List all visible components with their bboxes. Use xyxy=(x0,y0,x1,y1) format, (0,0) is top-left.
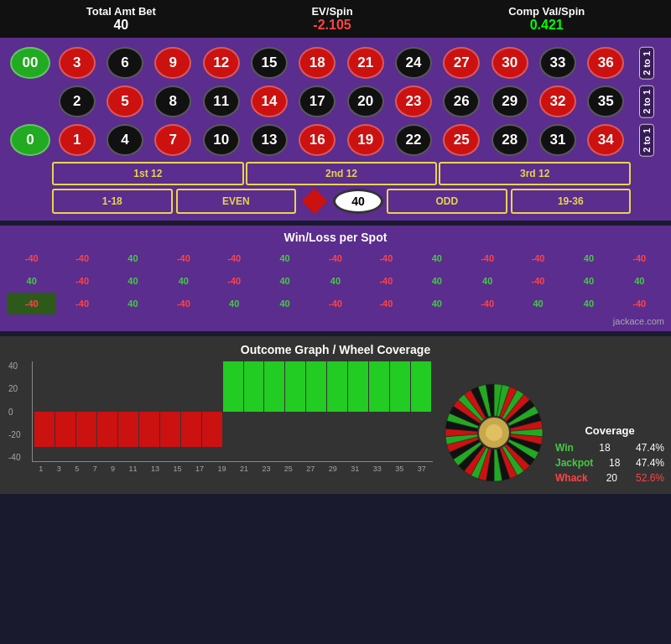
wl-cell: 40 xyxy=(412,270,461,292)
even-btn[interactable]: EVEN xyxy=(176,189,297,214)
coverage-whack-row: Whack 20 52.6% xyxy=(555,472,664,484)
wl-cell: -40 xyxy=(210,270,259,292)
num-15[interactable]: 15 xyxy=(246,44,292,81)
num-9[interactable]: 9 xyxy=(150,44,196,81)
wl-cell-highlight: -40 xyxy=(7,293,56,314)
num-32[interactable]: 32 xyxy=(534,83,580,120)
comp-val-value: 0.421 xyxy=(508,18,585,33)
zero-00-oval[interactable]: 00 xyxy=(10,47,50,79)
bar-fill xyxy=(244,361,264,412)
first-dozen-btn[interactable]: 1st 12 xyxy=(52,162,244,185)
num-28[interactable]: 28 xyxy=(486,122,533,158)
x-axis-labels: 13579 1113151719 2123252729 31333537 xyxy=(32,465,433,473)
bar-item xyxy=(139,361,159,462)
num-31[interactable]: 31 xyxy=(534,122,580,158)
bar-fill xyxy=(55,412,75,447)
roulette-section: 00 3 6 9 12 15 18 21 24 27 30 33 36 2 to… xyxy=(0,38,671,221)
num-18[interactable]: 18 xyxy=(294,44,341,81)
num-13[interactable]: 13 xyxy=(246,122,292,158)
one-18-btn[interactable]: 1-18 xyxy=(52,189,173,214)
num-10[interactable]: 10 xyxy=(198,122,244,158)
num-27[interactable]: 27 xyxy=(439,44,485,81)
wl-cell: 40 xyxy=(260,293,309,314)
num-19[interactable]: 19 xyxy=(342,122,388,158)
bar-fill xyxy=(202,412,222,447)
wl-cell: -40 xyxy=(513,270,563,292)
num-23[interactable]: 23 xyxy=(390,83,436,120)
num-17[interactable]: 17 xyxy=(294,83,341,120)
num-4[interactable]: 4 xyxy=(101,122,148,158)
coverage-whack-pct: 52.6% xyxy=(636,472,664,484)
diamond-icon xyxy=(301,188,327,214)
odd-btn[interactable]: ODD xyxy=(387,189,507,214)
num-20[interactable]: 20 xyxy=(342,83,388,120)
zero-0-cell[interactable]: 0 xyxy=(8,122,52,158)
bar-item xyxy=(369,361,389,462)
num-5[interactable]: 5 xyxy=(101,83,148,120)
num-12[interactable]: 12 xyxy=(198,44,244,81)
zero-0-oval[interactable]: 0 xyxy=(10,124,50,156)
num-6[interactable]: 6 xyxy=(101,44,148,81)
num-25[interactable]: 25 xyxy=(439,122,485,158)
num-30[interactable]: 30 xyxy=(486,44,533,81)
table-grid: 00 3 6 9 12 15 18 21 24 27 30 33 36 2 to… xyxy=(8,44,663,158)
num-1[interactable]: 1 xyxy=(54,122,100,158)
total-amt-bet-value: 40 xyxy=(86,18,156,33)
num-11[interactable]: 11 xyxy=(198,83,244,120)
wl-cell: -40 xyxy=(57,247,107,269)
total-amt-bet-block: Total Amt Bet 40 xyxy=(86,5,156,33)
center-number-oval: 40 xyxy=(333,189,383,214)
bar-item xyxy=(181,361,201,462)
wl-cell: 40 xyxy=(108,293,158,314)
num-21[interactable]: 21 xyxy=(342,44,388,81)
bar-fill xyxy=(327,361,347,412)
coverage-win-pct: 47.4% xyxy=(636,442,664,454)
bar-item xyxy=(202,361,222,462)
wl-cell: 40 xyxy=(260,247,309,269)
wl-cell: 40 xyxy=(108,270,158,292)
bar-fill xyxy=(411,361,431,412)
spacer-row2 xyxy=(8,83,52,120)
winloss-title: Win/Loss per Spot xyxy=(7,231,664,244)
num-8[interactable]: 8 xyxy=(150,83,196,120)
num-26[interactable]: 26 xyxy=(439,83,485,120)
num-16[interactable]: 16 xyxy=(294,122,341,158)
bar-item xyxy=(244,361,264,462)
bar-item xyxy=(390,361,410,462)
jackace-label: jackace.com xyxy=(7,316,664,326)
num-22[interactable]: 22 xyxy=(390,122,436,158)
num-34[interactable]: 34 xyxy=(583,122,629,158)
second-dozen-btn[interactable]: 2nd 12 xyxy=(246,162,438,185)
num-14[interactable]: 14 xyxy=(246,83,292,120)
two-to-one-mid[interactable]: 2 to 1 xyxy=(631,83,663,120)
bar-fill xyxy=(390,361,410,412)
num-29[interactable]: 29 xyxy=(486,83,533,120)
num-7[interactable]: 7 xyxy=(150,122,196,158)
wl-cell: 40 xyxy=(462,270,512,292)
wl-cell: 40 xyxy=(7,270,56,292)
zero-00-cell[interactable]: 00 xyxy=(8,44,52,81)
bar-item xyxy=(285,361,305,462)
wl-cell: 40 xyxy=(159,270,208,292)
num-35[interactable]: 35 xyxy=(583,83,629,120)
num-24[interactable]: 24 xyxy=(390,44,436,81)
outcome-section: Outcome Graph / Wheel Coverage 40 20 0 -… xyxy=(0,336,671,494)
two-to-one-top[interactable]: 2 to 1 xyxy=(631,44,663,81)
num-36[interactable]: 36 xyxy=(583,44,629,81)
wl-cell: 40 xyxy=(412,293,461,314)
wl-cell: 40 xyxy=(210,293,259,314)
19-36-btn[interactable]: 19-36 xyxy=(511,189,632,214)
third-dozen-btn[interactable]: 3rd 12 xyxy=(439,162,631,185)
wheel-container xyxy=(440,378,549,487)
wl-cell: -40 xyxy=(210,247,259,269)
num-33[interactable]: 33 xyxy=(534,44,580,81)
ev-spin-block: EV/Spin -2.105 xyxy=(311,5,352,33)
wl-cell: -40 xyxy=(513,247,563,269)
wl-cell: -40 xyxy=(362,247,411,269)
num-2[interactable]: 2 xyxy=(54,83,100,120)
two-to-one-bot[interactable]: 2 to 1 xyxy=(631,122,663,158)
diamond-container xyxy=(299,190,330,213)
bar-fill xyxy=(264,361,284,412)
num-3[interactable]: 3 xyxy=(54,44,100,81)
wl-cell: -40 xyxy=(57,293,107,314)
